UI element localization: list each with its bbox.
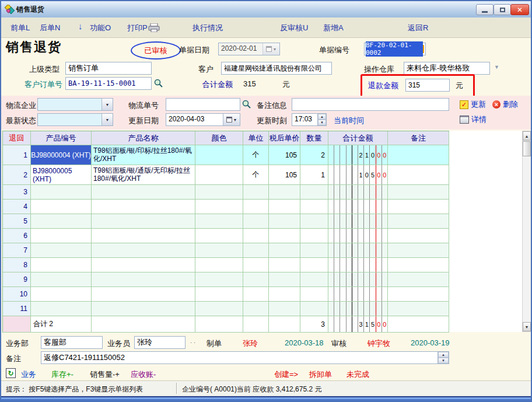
color-cell[interactable] [195,185,243,200]
price-cell[interactable]: 105 [269,165,300,185]
row-number-cell[interactable]: 5 [3,214,31,229]
logistics-company-combo[interactable]: ▼ [37,98,113,111]
amount-cell[interactable] [328,214,388,229]
business-link[interactable]: 业务 [21,369,36,380]
amount-cell[interactable]: 10500 [328,165,388,185]
product-code-cell[interactable] [31,258,92,272]
note-cell[interactable] [388,185,449,200]
unit-cell[interactable] [243,200,269,214]
row-number-cell[interactable]: 1 [3,145,31,165]
price-cell[interactable] [269,243,300,258]
update-date-combo[interactable]: 2020-04-03 ▼ [166,113,240,126]
note-cell[interactable] [388,229,449,243]
row-number-cell[interactable]: 10 [3,287,31,302]
update-time-spinner[interactable]: 17:03 ▲▼ [292,113,327,126]
product-code-cell[interactable] [31,200,92,214]
product-name-cell[interactable]: T98铝面板/银/通版/无印标/拉丝180#/氧化/XHT [92,165,195,185]
warehouse-dropdown-icon[interactable]: ▼ [494,64,499,70]
dept-input[interactable] [41,336,103,349]
price-cell[interactable] [269,258,300,272]
product-name-cell[interactable] [92,272,195,287]
color-cell[interactable] [195,302,243,316]
product-code-cell[interactable] [31,272,92,287]
amount-cell[interactable] [328,243,388,258]
note-cell[interactable] [388,145,449,165]
remark-info-input[interactable] [292,98,449,111]
row-number-cell[interactable]: 6 [3,229,31,243]
customer-input[interactable] [221,62,332,75]
price-cell[interactable] [269,272,300,287]
unit-cell[interactable] [243,258,269,272]
unit-cell[interactable] [243,214,269,229]
note-cell[interactable] [388,200,449,214]
unit-cell[interactable] [243,302,269,316]
product-name-cell[interactable] [92,214,195,229]
tracking-no-input[interactable] [166,98,240,111]
product-name-cell[interactable] [92,243,195,258]
color-cell[interactable] [195,272,243,287]
sales-qty-link[interactable]: 销售量-+ [90,369,120,380]
row-number-cell[interactable]: 8 [3,258,31,272]
create-link[interactable]: 创建=> [274,369,298,380]
doc-no-input[interactable]: BF-20-02-01-0002 [364,43,426,55]
price-cell[interactable] [269,229,300,243]
color-cell[interactable] [195,287,243,302]
note-cell[interactable] [388,272,449,287]
product-name-cell[interactable] [92,200,195,214]
amount-cell[interactable] [328,302,388,316]
product-code-cell[interactable]: BJ98000005 (XHT) [31,165,92,185]
update-button[interactable]: ✓ 更新 [460,99,486,110]
price-cell[interactable] [269,302,300,316]
color-cell[interactable] [195,214,243,229]
unit-cell[interactable] [243,185,269,200]
note-cell[interactable] [388,258,449,272]
product-name-cell[interactable]: T98铝面板/银/印标/拉丝180#/氧化/XHT [92,145,195,165]
search-icon[interactable] [154,79,163,88]
time-spinner[interactable]: ▲▼ [317,114,326,125]
chevron-down-icon[interactable]: ▼ [102,99,113,110]
qty-cell[interactable] [300,243,328,258]
scrollbar-thumb[interactable] [523,141,531,156]
unit-cell[interactable] [243,272,269,287]
qty-cell[interactable] [300,229,328,243]
amount-cell[interactable] [328,258,388,272]
amount-cell[interactable] [328,229,388,243]
row-number-cell[interactable]: 4 [3,200,31,214]
product-code-cell[interactable] [31,185,92,200]
price-cell[interactable] [269,214,300,229]
scroll-down-button[interactable]: ▼ [523,322,531,331]
row-number-cell[interactable]: 11 [3,302,31,316]
current-time-link[interactable]: 当前时间 [334,116,364,126]
product-name-cell[interactable] [92,302,195,316]
spin-up-icon[interactable]: ▲ [438,352,449,358]
warehouse-input[interactable] [404,62,490,75]
receivable-link[interactable]: 应收账- [131,369,156,380]
memo-input[interactable] [41,351,439,364]
unit-cell[interactable]: 个 [243,145,269,165]
refund-amount-input[interactable] [405,79,450,92]
salesman-input[interactable] [134,336,186,349]
unit-cell[interactable] [243,287,269,302]
print-button[interactable]: 打印P [127,23,148,33]
product-code-cell[interactable]: BJ98000004 (XHT) [31,145,92,165]
return-button[interactable]: 返回R [408,23,428,33]
row-number-cell[interactable]: 7 [3,243,31,258]
spin-down-icon[interactable]: ▼ [438,358,449,363]
calendar-icon[interactable]: ▼ [223,114,240,125]
scroll-up-button[interactable]: ▲ [523,131,531,141]
search-icon[interactable] [242,100,251,109]
add-new-button[interactable]: 新增A [323,23,344,33]
price-cell[interactable] [269,287,300,302]
parent-type-input[interactable] [65,62,152,75]
functions-button[interactable]: 功能O [90,23,111,33]
qty-cell[interactable] [300,258,328,272]
spin-down-icon[interactable]: ▼ [318,120,326,125]
latest-status-combo[interactable]: ▼ [37,113,113,126]
detail-button[interactable]: 详情 [460,114,487,125]
amount-cell[interactable] [328,272,388,287]
note-cell[interactable] [388,243,449,258]
qty-cell[interactable]: 2 [300,145,328,165]
row-number-cell[interactable]: 9 [3,272,31,287]
unit-cell[interactable] [243,243,269,258]
minimize-button[interactable] [476,4,494,15]
